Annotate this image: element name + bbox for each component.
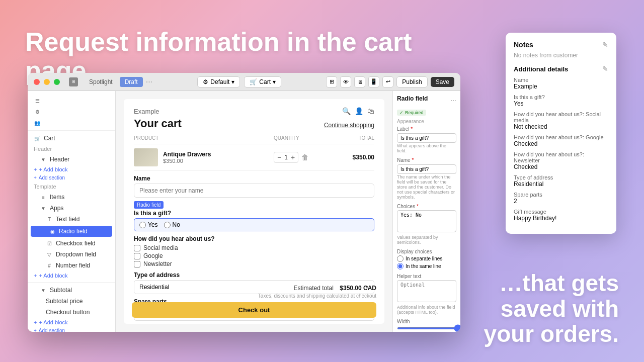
radio-no-input[interactable]	[164, 222, 171, 228]
cart-bag-icon[interactable]: 🛍	[367, 107, 374, 115]
continue-shopping[interactable]: Continue shopping	[324, 122, 374, 129]
title-tabs: Spotlight Draft ···	[84, 77, 152, 87]
close-dot[interactable]	[34, 79, 40, 85]
choices-required: *	[417, 204, 419, 209]
label-input[interactable]	[397, 133, 456, 143]
add-section-header[interactable]: + Add section	[28, 174, 115, 182]
google-input[interactable]	[134, 253, 140, 259]
choices-textarea[interactable]: Yes; No	[397, 210, 456, 232]
detail-row: How did you hear about us?: Google Check…	[514, 134, 608, 147]
qty-minus[interactable]: −	[277, 153, 281, 161]
required-badge: ✓ Required	[397, 110, 426, 116]
add-block-subtotal[interactable]: + + Add block	[28, 318, 115, 327]
social-media-input[interactable]	[134, 245, 140, 251]
maximize-dot[interactable]	[54, 79, 60, 85]
canvas: Example 🔍 👤 🛍 Your cart Continue shoppin…	[116, 91, 392, 332]
mobile-icon[interactable]: 📱	[368, 76, 379, 87]
minimize-dot[interactable]	[44, 79, 50, 85]
undo-icon[interactable]: ↩	[382, 76, 393, 87]
notes-edit-icon[interactable]: ✎	[602, 41, 608, 49]
plus-icon-section-header: +	[34, 175, 37, 180]
spotlight-tab[interactable]: Spotlight	[84, 77, 118, 87]
name-input[interactable]	[134, 184, 374, 198]
detail-row: Gift message Happy Birthday!	[514, 209, 608, 222]
sidebar-item-nav-settings[interactable]: ⚙	[28, 106, 115, 117]
hear-section: How did you hear about us? Social media …	[134, 235, 374, 267]
separate-lines-option[interactable]: In separate lines	[397, 255, 456, 262]
sidebar-item-nav-people[interactable]: 👥	[28, 117, 115, 128]
same-line-option[interactable]: In the same line	[397, 263, 456, 269]
sidebar-item-nav-pages[interactable]: ☰	[28, 95, 115, 106]
label-hint: What appears above the field.	[397, 143, 456, 153]
add-block-header[interactable]: + + Add block	[28, 165, 115, 174]
product-name: Antique Drawers	[163, 151, 211, 158]
additional-title: Additional details	[514, 65, 568, 73]
detail-value: 2	[514, 198, 608, 205]
checkout-button[interactable]: Check out	[132, 302, 376, 318]
number-icon: #	[46, 262, 53, 269]
add-block-template[interactable]: + + Add block	[28, 271, 115, 280]
delete-icon[interactable]: 🗑	[301, 153, 308, 161]
helper-hint: Additional info about the field (accepts…	[397, 305, 456, 315]
estimated-amount: $350.00 CAD	[340, 285, 376, 292]
quantity-control[interactable]: − 1 +	[274, 152, 298, 163]
detail-row: How did you hear about us?: Newsletter C…	[514, 151, 608, 170]
qty-plus[interactable]: +	[291, 153, 295, 161]
helper-textarea[interactable]	[397, 280, 456, 302]
width-slider-row: 100 %	[397, 325, 456, 331]
draft-tab[interactable]: Draft	[120, 77, 143, 87]
eye-icon[interactable]: 👁	[340, 76, 351, 87]
sidebar-item-checkbox[interactable]: ☑ Checkbox field	[28, 238, 115, 249]
notes-content: No notes from customer	[514, 52, 608, 59]
default-icon: ⚙	[203, 78, 208, 85]
width-slider[interactable]	[397, 327, 460, 329]
add-section-subtotal[interactable]: + Add section	[28, 327, 115, 332]
sidebar-item-cart[interactable]: 🛒 Cart	[28, 133, 115, 144]
sidebar-item-subtotal-price[interactable]: Subtotal price	[28, 296, 115, 307]
more-tabs[interactable]: ···	[146, 77, 152, 86]
name-panel-input[interactable]	[397, 164, 456, 174]
pages-icon: ☰	[34, 97, 41, 104]
sidebar-item-dropdown[interactable]: ▽ Dropdown field	[28, 249, 115, 260]
social-media-checkbox[interactable]: Social media	[134, 244, 374, 251]
cart-header-icons: 🔍 👤 🛍	[342, 107, 374, 115]
detail-value: Residential	[514, 180, 608, 188]
more-options-button[interactable]: ···	[450, 96, 456, 104]
cart-button[interactable]: 🛒 Cart ▾	[244, 76, 281, 87]
subtotal-label: Subtotal	[50, 287, 72, 294]
sidebar-item-subtotal[interactable]: ▼ Subtotal	[28, 285, 115, 296]
sidebar-item-text-field[interactable]: T Text field	[28, 214, 115, 225]
default-button[interactable]: ⚙ Default ▾	[197, 76, 240, 87]
radio-yes[interactable]: Yes	[139, 221, 158, 228]
choices-hint: Values separated by semicolons.	[397, 235, 456, 245]
sidebar-item-radio-field[interactable]: ◉ Radio field	[31, 226, 112, 237]
search-icon[interactable]: 🔍	[342, 107, 351, 115]
detail-label: Name	[514, 77, 608, 83]
subtotal-chevron: ▼	[40, 287, 47, 294]
grid-icon[interactable]: ⊞	[326, 76, 337, 87]
additional-edit-icon[interactable]: ✎	[602, 65, 608, 73]
user-icon[interactable]: 👤	[355, 107, 363, 115]
desktop-icon[interactable]: 🖥	[354, 76, 365, 87]
notes-panel: Notes ✎ No notes from customer Additiona…	[506, 33, 616, 234]
same-line-radio[interactable]	[397, 263, 404, 269]
radio-no[interactable]: No	[164, 221, 180, 228]
name-required: *	[412, 157, 414, 163]
sidebar-item-items[interactable]: ≡ Items	[28, 192, 115, 203]
save-button[interactable]: Save	[431, 77, 454, 87]
newsletter-input[interactable]	[134, 261, 140, 267]
product-image	[134, 148, 158, 166]
sidebar-item-apps[interactable]: ▼ Apps	[28, 203, 115, 214]
sidebar-item-checkout-btn[interactable]: Checkout button	[28, 307, 115, 318]
sidebar-item-number[interactable]: # Number field	[28, 260, 115, 271]
sidebar-item-header[interactable]: ▼ Header	[28, 154, 115, 165]
name-section: Name * The name under which the field wi…	[397, 157, 456, 200]
publish-button[interactable]: Publish	[396, 76, 427, 87]
radio-form-section: Radio field Is this a gift? Yes No	[134, 200, 374, 231]
separate-lines-radio[interactable]	[397, 255, 404, 262]
choices-section: Choices * Yes; No Values separated by se…	[397, 204, 456, 245]
right-panel-title: Radio field	[397, 95, 428, 102]
radio-yes-input[interactable]	[139, 222, 146, 228]
newsletter-checkbox[interactable]: Newsletter	[134, 260, 374, 267]
google-checkbox[interactable]: Google	[134, 252, 374, 259]
